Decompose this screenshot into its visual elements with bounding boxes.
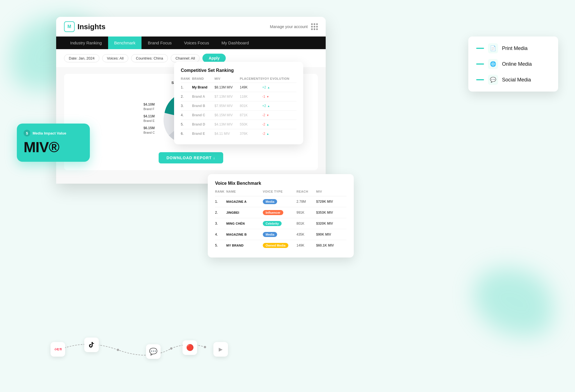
svg-point-5 bbox=[170, 347, 172, 350]
channel-name-social: Social Media bbox=[502, 77, 531, 83]
channel-dash-print bbox=[476, 48, 484, 49]
tab-voices-focus[interactable]: Voices Focus bbox=[178, 37, 215, 49]
col-rank: RANK bbox=[181, 77, 192, 80]
badge-owned: Owned Media bbox=[263, 243, 288, 248]
tiktok-logo bbox=[88, 341, 95, 348]
table-row: 1. My Brand $8.13M MIV 149K +2 ▲ bbox=[181, 83, 296, 92]
voice-mix-title: Voice Mix Benchmark bbox=[215, 181, 346, 186]
arrow-up-icon: ▲ bbox=[267, 86, 270, 89]
channel-dash-social bbox=[476, 79, 484, 80]
app-logo: M bbox=[64, 21, 75, 32]
table-row: 6. Brand E $4.11 MIV 376K -2 ▲ bbox=[181, 129, 296, 138]
competitive-table-header: RANK BRAND MIV PLACEMENTS YOY EVOLUTION bbox=[181, 77, 296, 83]
vmb-row: 4. MAGAZINE B Media 435K $90K MIV bbox=[215, 229, 346, 240]
account-label: Manage your account bbox=[270, 24, 308, 29]
tab-benchmark[interactable]: Benchmark bbox=[108, 37, 142, 49]
filter-channel[interactable]: Channel: All bbox=[171, 54, 200, 62]
arrow-up-icon: ▲ bbox=[267, 104, 270, 108]
dollar-icon: $ bbox=[24, 130, 30, 136]
background-blob-br bbox=[474, 268, 553, 336]
channel-item-online: 🌐 Online Media bbox=[476, 59, 550, 69]
col-miv: MIV bbox=[215, 77, 240, 80]
app-header: M Insights Manage your account bbox=[56, 17, 326, 37]
header-right: Manage your account bbox=[270, 23, 318, 30]
online-media-icon: 🌐 bbox=[488, 59, 498, 69]
col-yoy: YOY EVOLUTION bbox=[262, 77, 290, 80]
vmb-row: 3. MING CHÉN Celebrity 801K $320K MIV bbox=[215, 218, 346, 229]
vmb-table-header: RANK NAME VOICE TYPE REACH MIV bbox=[215, 190, 346, 196]
tab-brand-focus[interactable]: Brand Focus bbox=[142, 37, 178, 49]
social-icon-tiktok bbox=[84, 338, 99, 352]
filter-date[interactable]: Date: Jan, 2024 bbox=[64, 54, 99, 62]
channel-dash-online bbox=[476, 63, 484, 65]
miv-label-row: $ Media Impact Value bbox=[24, 130, 83, 136]
social-icon-xiaohongshu: 小红书 bbox=[51, 342, 65, 357]
competitive-ranking-card: Competitive Set Ranking RANK BRAND MIV P… bbox=[174, 62, 303, 144]
pie-label-e: $4.11M Brand E bbox=[143, 114, 155, 123]
table-row: 2. Brand A $7.13M MIV 118K -1 ▼ bbox=[181, 92, 296, 101]
pie-labels-left: $4.10M Brand F $4.11M Brand E $6.15M Bra… bbox=[143, 102, 155, 135]
social-icon-bilibili: ▶ bbox=[213, 342, 228, 357]
arrow-up-icon: ▲ bbox=[266, 123, 269, 126]
col-brand: BRAND bbox=[192, 77, 215, 80]
arrow-down-icon: ▼ bbox=[266, 95, 269, 98]
vmb-row: 1. MAGAZINE A Media 2.78M $729K MIV bbox=[215, 196, 346, 207]
tab-industry-ranking[interactable]: Industry Ranking bbox=[64, 37, 108, 49]
apply-button[interactable]: Apply bbox=[202, 54, 226, 63]
channel-name-online: Online Media bbox=[502, 61, 532, 67]
social-icon-weibo: 🔴 bbox=[182, 340, 197, 355]
miv-label-text: Media Impact Value bbox=[33, 131, 66, 135]
table-row: 3. Brand B $7.95M MIV 801K +2 ▲ bbox=[181, 101, 296, 111]
miv-big-text: MIV® bbox=[24, 139, 83, 156]
print-media-icon: 📄 bbox=[488, 43, 498, 53]
vmb-row: 5. MY BRAND Owned Media 149K $60.1K MIV bbox=[215, 240, 346, 251]
download-report-button[interactable]: DOWNLOAD REPORT ↓ bbox=[159, 152, 223, 163]
filter-countries[interactable]: Countries: China bbox=[131, 54, 168, 62]
pie-label-f: $4.10M Brand F bbox=[143, 102, 155, 111]
badge-media-2: Media bbox=[263, 232, 277, 237]
social-icons-row: 小红书 💬 🔴 ▶ bbox=[45, 336, 213, 358]
nav-tabs: Industry Ranking Benchmark Brand Focus V… bbox=[56, 37, 326, 49]
badge-celebrity: Celebrity bbox=[263, 221, 282, 226]
social-icon-wechat: 💬 bbox=[146, 344, 161, 359]
col-placements: PLACEMENTS bbox=[240, 77, 262, 80]
competitive-title: Competitive Set Ranking bbox=[181, 68, 296, 73]
channel-item-print: 📄 Print Media bbox=[476, 43, 550, 53]
filter-voices[interactable]: Voices: All bbox=[102, 54, 128, 62]
svg-point-6 bbox=[204, 346, 206, 348]
download-btn-wrap: DOWNLOAD REPORT ↓ bbox=[71, 152, 311, 163]
social-media-icon: 💬 bbox=[488, 75, 498, 85]
svg-point-3 bbox=[117, 349, 119, 351]
grid-icon[interactable] bbox=[311, 23, 318, 30]
pie-label-c: $6.15M Brand C bbox=[143, 126, 155, 135]
badge-influencer: Influencer bbox=[263, 210, 283, 215]
table-row: 4. Brand C $6.15M MIV 871K -2 ▼ bbox=[181, 111, 296, 120]
table-row: 5. Brand D $4.13M MIV 550K -2 ▲ bbox=[181, 120, 296, 129]
voice-mix-card: Voice Mix Benchmark RANK NAME VOICE TYPE… bbox=[208, 174, 354, 257]
badge-media: Media bbox=[263, 199, 277, 204]
channel-item-social: 💬 Social Media bbox=[476, 75, 550, 85]
arrow-down-icon: ▼ bbox=[266, 114, 269, 117]
channel-legend-card: 📄 Print Media 🌐 Online Media 💬 Social Me… bbox=[468, 37, 558, 92]
arrow-up-icon: ▲ bbox=[266, 132, 269, 135]
app-title: Insights bbox=[77, 22, 106, 31]
logo-area: M Insights bbox=[64, 21, 106, 32]
vmb-row: 2. JINGBEI Influencer 991K $353K MIV bbox=[215, 207, 346, 218]
miv-card: $ Media Impact Value MIV® bbox=[17, 124, 90, 162]
tab-my-dashboard[interactable]: My Dashboard bbox=[215, 37, 255, 49]
channel-name-print: Print Media bbox=[502, 45, 528, 51]
